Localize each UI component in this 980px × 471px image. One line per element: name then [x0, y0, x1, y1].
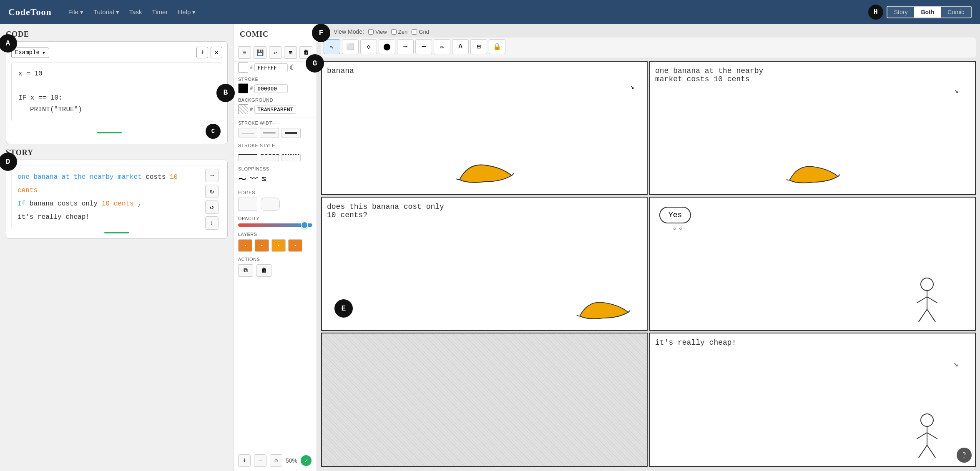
badge-e: E	[334, 299, 353, 318]
badge-b: B	[216, 84, 235, 102]
view-option-grid[interactable]: Grid	[412, 29, 429, 35]
zoom-reset-btn[interactable]: ⊙	[270, 454, 282, 467]
layer-3[interactable]: ▪	[271, 239, 286, 252]
tool-menu-btn[interactable]: ≡	[238, 46, 251, 59]
thought-container: Yes	[655, 203, 970, 228]
color-swatch-bg[interactable]	[238, 104, 248, 114]
nav-file[interactable]: File ▾	[64, 7, 88, 18]
color-swatch-stroke[interactable]	[238, 83, 248, 93]
zoom-in-btn[interactable]: +	[238, 454, 251, 467]
story-section: Story D one banana at the nearby market …	[6, 148, 228, 239]
bg-color-input[interactable]	[254, 105, 296, 114]
tool-undo-btn[interactable]: ↩	[269, 46, 282, 59]
code-title: Code	[6, 30, 228, 39]
view-checkbox-grid[interactable]	[412, 29, 417, 35]
view-tabs: Story Both Comic	[887, 6, 972, 18]
view-checkbox-zen[interactable]	[391, 29, 397, 35]
svg-line-4	[919, 309, 927, 322]
tool-save-btn[interactable]: 💾	[254, 46, 266, 59]
tool-grid-btn[interactable]: ⊞	[284, 46, 297, 59]
ss-dashed[interactable]	[260, 154, 279, 161]
story-span-7: ,	[138, 200, 142, 208]
panel-2-arrow: ↘	[954, 87, 958, 95]
slop-1[interactable]: 〜	[238, 174, 246, 185]
layers-row: ▪ ▪ ▪ ▪	[234, 238, 317, 255]
story-span-5: banana costs only	[30, 200, 102, 208]
sloppiness-label: Sloppiness	[234, 165, 317, 172]
code-section: Code A Example ▾ + ✕ B x =	[6, 30, 228, 144]
layer-2[interactable]: ▪	[255, 239, 269, 252]
drawing-toolbar: ↖ ⬜ ◇ ⬤ → — ✏ A ⊞ 🔒	[321, 38, 976, 58]
tab-both[interactable]: Both	[914, 7, 941, 18]
nav-help[interactable]: Help ▾	[173, 7, 200, 18]
color-fill-input[interactable]	[254, 63, 288, 72]
moon-icon[interactable]: ☾	[289, 63, 294, 72]
svg-line-10	[919, 445, 927, 458]
stroke-color-input[interactable]	[254, 84, 288, 93]
tool-pencil[interactable]: ✏	[434, 39, 450, 54]
tool-hash[interactable]: ⊞	[470, 39, 487, 54]
color-swatch-fill[interactable]	[238, 63, 248, 73]
left-panel: Code A Example ▾ + ✕ B x =	[0, 24, 234, 471]
comic-panel-6: it's really cheap! ↘	[649, 333, 976, 467]
view-option-zen[interactable]: Zen	[391, 29, 407, 35]
color-hash: #	[250, 65, 253, 70]
panel-6-arrow: ↘	[953, 358, 958, 369]
tool-rect[interactable]: ⬜	[342, 39, 359, 54]
svg-line-3	[927, 297, 937, 303]
story-btn-redo[interactable]: ↻	[205, 185, 219, 198]
close-code-btn[interactable]: ✕	[211, 47, 222, 58]
tab-comic[interactable]: Comic	[941, 7, 971, 18]
code-line-4: PRINT("TRUE")	[18, 104, 215, 116]
tab-story[interactable]: Story	[887, 7, 915, 18]
add-code-btn[interactable]: +	[196, 47, 208, 58]
svg-point-0	[921, 278, 933, 291]
tool-lock[interactable]: 🔒	[489, 39, 505, 54]
color-input-row: # ☾	[234, 62, 317, 75]
edge-round[interactable]	[261, 198, 280, 211]
slop-2[interactable]: 〰	[250, 174, 258, 185]
panel-6-text: it's really cheap!	[655, 338, 970, 347]
story-btn-undo[interactable]: ↺	[205, 200, 219, 214]
edge-sharp[interactable]	[238, 198, 257, 211]
opacity-handle[interactable]	[301, 221, 308, 229]
story-line-3: it's really cheap!	[18, 210, 201, 224]
view-checkbox-view[interactable]	[368, 29, 374, 35]
nav-timer[interactable]: Timer	[148, 7, 172, 18]
code-editor[interactable]: B x = 10 IF x == 10: PRINT("TRUE")	[11, 63, 222, 121]
navbar: CodeToon File ▾ Tutorial ▾ Task Timer He…	[0, 0, 980, 24]
sw-thick[interactable]	[281, 128, 301, 138]
opacity-row[interactable]	[234, 222, 317, 230]
tool-text[interactable]: A	[452, 39, 469, 54]
story-span-2: costs	[146, 173, 170, 181]
ss-solid[interactable]	[238, 154, 257, 161]
tool-circle[interactable]: ⬤	[379, 39, 395, 54]
slop-3[interactable]: ≋	[261, 174, 266, 185]
opacity-slider[interactable]	[238, 223, 312, 227]
stroke-styles	[234, 149, 317, 165]
story-line-2: If banana costs only 10 cents ,	[18, 197, 201, 210]
tool-line[interactable]: —	[415, 39, 432, 54]
sw-medium[interactable]	[260, 128, 279, 138]
ss-dotted[interactable]	[281, 154, 301, 161]
action-copy[interactable]: ⧉	[238, 264, 253, 277]
layer-1[interactable]: ▪	[238, 239, 252, 252]
story-side-btns: → ↻ ↺ ↓	[205, 169, 219, 230]
tool-cursor[interactable]: ↖	[324, 39, 340, 54]
story-btn-right[interactable]: →	[205, 169, 219, 182]
action-delete[interactable]: 🗑	[256, 264, 271, 277]
nav-menu: File ▾ Tutorial ▾ Task Timer Help ▾	[64, 7, 856, 18]
tool-arrow[interactable]: →	[397, 39, 414, 54]
example-dropdown[interactable]: Example ▾	[11, 48, 49, 58]
green-check[interactable]: ✓	[301, 455, 312, 466]
help-button[interactable]: ?	[957, 448, 972, 463]
story-btn-down[interactable]: ↓	[205, 216, 219, 230]
zoom-out-btn[interactable]: −	[254, 454, 266, 467]
nav-task[interactable]: Task	[125, 7, 146, 18]
view-option-view[interactable]: View	[368, 29, 387, 35]
nav-tutorial[interactable]: Tutorial ▾	[89, 7, 123, 18]
tool-diamond[interactable]: ◇	[360, 39, 377, 54]
actions-label: Actions	[234, 255, 317, 263]
layer-4[interactable]: ▪	[288, 239, 302, 252]
sw-thin[interactable]	[238, 128, 257, 138]
